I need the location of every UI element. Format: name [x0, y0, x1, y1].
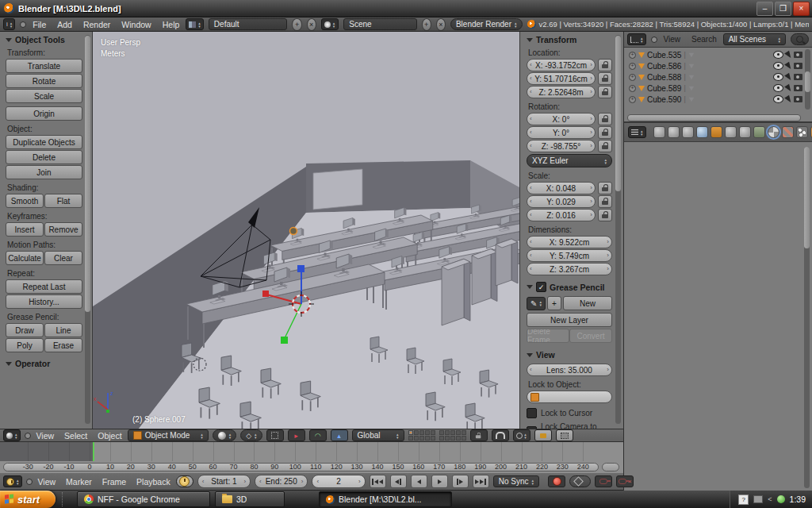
grease-pencil-panel-header[interactable]: ✓ Grease Pencil — [527, 282, 612, 292]
object-name-label[interactable]: Cube.535 — [647, 51, 681, 60]
menu-help[interactable]: Help — [161, 20, 182, 29]
calculate-button[interactable]: Calculate — [6, 251, 44, 265]
toolshelf-scrollbar[interactable] — [85, 35, 90, 424]
selectable-cursor-icon[interactable] — [784, 72, 793, 81]
snap-element-select[interactable]: ▴▾ — [513, 429, 530, 441]
lock-to-cursor-checkbox[interactable] — [527, 408, 537, 418]
expand-node-icon[interactable]: + — [629, 74, 636, 81]
operator-panel-header[interactable]: Operator — [6, 359, 82, 368]
close-button[interactable]: × — [793, 2, 810, 16]
scale-field-0[interactable]: ‹X: 0.048› — [527, 182, 596, 194]
repeat-last-button[interactable]: Repeat Last — [6, 279, 82, 294]
timeline-menu-marker[interactable]: Marker — [64, 477, 94, 487]
properties-scrollbar[interactable] — [804, 147, 810, 488]
delete-layout-button[interactable]: × — [307, 18, 316, 31]
properties-tab-particles-icon[interactable] — [796, 126, 808, 138]
convert-button[interactable]: Convert — [569, 329, 612, 343]
pivot-point-select[interactable]: ◇▴▾ — [240, 429, 262, 441]
properties-editor-type[interactable]: ▴▾ — [628, 126, 646, 138]
manipulator-x-handle[interactable] — [262, 291, 269, 297]
origin-button[interactable]: Origin — [6, 106, 82, 121]
dimensions-field-1[interactable]: ‹Y: 5.749cm› — [527, 249, 612, 262]
rotation-field-2[interactable]: ‹Z: -98.755°› — [527, 140, 596, 152]
pin-icon[interactable] — [20, 21, 26, 28]
new-layer-button[interactable]: New Layer — [527, 313, 612, 327]
location-field-2[interactable]: ‹Z: 2.52648m› — [527, 86, 596, 98]
delete-scene-button[interactable]: × — [436, 18, 446, 31]
properties-tab-texture-icon[interactable] — [782, 126, 794, 138]
properties-tab-object-icon[interactable] — [710, 126, 722, 138]
manipulator-y-handle[interactable] — [281, 337, 288, 344]
language-indicator-icon[interactable]: ? — [738, 495, 749, 505]
outliner-item-cube-586[interactable]: +Cube.586| — [629, 60, 812, 71]
expand-node-icon[interactable]: + — [629, 52, 636, 59]
location-lock-button-2[interactable] — [598, 86, 612, 98]
scale-button[interactable]: Scale — [6, 89, 82, 103]
renderable-camera-icon[interactable] — [794, 96, 802, 102]
rotate-manipulator-toggle[interactable]: ◠ — [309, 429, 327, 441]
task-button-blender-m-3d-l2-bl[interactable]: Blender [M:\3D\L2.bl... — [319, 491, 452, 507]
timeline-canvas[interactable] — [0, 442, 623, 461]
lock-scene-layers-toggle[interactable] — [470, 429, 488, 441]
render-opengl-anim-button[interactable] — [556, 429, 573, 441]
rotation-lock-button-2[interactable] — [598, 140, 612, 152]
viewport-menu-view[interactable]: View — [35, 431, 56, 441]
screen-layout-select[interactable]: Default — [209, 18, 288, 30]
insert-keyframe-button[interactable] — [595, 475, 612, 487]
visibility-eye-icon[interactable] — [773, 95, 783, 103]
scale-lock-button-1[interactable] — [598, 195, 612, 208]
join-button[interactable]: Join — [6, 165, 82, 179]
hide-icons-chevron[interactable]: < — [768, 495, 772, 503]
rotate-button[interactable]: Rotate — [6, 74, 82, 88]
antivirus-tray-icon[interactable] — [777, 495, 785, 503]
selectable-cursor-icon[interactable] — [784, 50, 793, 59]
use-preview-range-toggle[interactable] — [176, 475, 193, 487]
draw-button[interactable]: Draw — [6, 323, 44, 337]
location-lock-button-0[interactable] — [598, 59, 612, 71]
timeline-menu-view[interactable]: View — [36, 477, 58, 487]
object-name-label[interactable]: Cube.590 — [647, 95, 681, 104]
rotation-lock-button-0[interactable] — [598, 113, 612, 125]
pin-icon[interactable] — [25, 433, 31, 439]
object-name-label[interactable]: Cube.588 — [647, 73, 681, 82]
viewport-menu-object[interactable]: Object — [96, 431, 123, 441]
layers-grid-2[interactable] — [439, 430, 466, 441]
grease-pencil-new-button[interactable]: New — [563, 296, 612, 310]
properties-tab-render-icon[interactable] — [653, 126, 665, 138]
dimensions-field-2[interactable]: ‹Z: 3.267cm› — [527, 263, 612, 275]
delete-frame-button[interactable]: Delete Frame — [527, 329, 569, 343]
view-panel-header[interactable]: View — [527, 350, 612, 360]
object-name-label[interactable]: Cube.586 — [647, 62, 681, 71]
outliner-editor-type[interactable]: ▴▾ — [627, 33, 646, 45]
rotation-field-0[interactable]: ‹X: 0°› — [527, 113, 596, 125]
location-lock-button-1[interactable] — [598, 72, 612, 85]
properties-tab-scene-icon[interactable] — [682, 126, 694, 138]
manipulator-toggle[interactable] — [266, 429, 284, 441]
pin-icon[interactable] — [651, 37, 657, 43]
pin-icon[interactable] — [26, 479, 33, 485]
rotation-lock-button-1[interactable] — [598, 126, 612, 139]
next-keyframe-button[interactable] — [452, 475, 469, 488]
play-reverse-button[interactable] — [411, 475, 427, 488]
properties-tab-modifiers-icon[interactable] — [739, 126, 751, 138]
expand-node-icon[interactable]: + — [629, 96, 636, 103]
current-frame-field[interactable]: ‹2› — [312, 475, 365, 488]
prev-keyframe-button[interactable] — [390, 475, 407, 488]
grease-pencil-checkbox[interactable]: ✓ — [536, 282, 546, 292]
timeline-menu-frame[interactable]: Frame — [101, 477, 128, 487]
task-button-3d[interactable]: 3D — [215, 491, 285, 507]
delete-button[interactable]: Delete — [6, 150, 82, 164]
add-scene-button[interactable]: + — [422, 18, 431, 31]
start-button[interactable]: start — [0, 491, 56, 508]
visibility-eye-icon[interactable] — [773, 73, 783, 81]
viewport-editor-type[interactable]: ▴▾ — [3, 429, 21, 441]
timeline-editor-type[interactable]: ▴▾ — [3, 475, 22, 487]
frame-start-field[interactable]: ‹Start: 1› — [197, 475, 251, 488]
expand-node-icon[interactable]: + — [629, 85, 636, 92]
translate-button[interactable]: Translate — [6, 59, 82, 73]
timeline-menu-playback[interactable]: Playback — [135, 477, 172, 487]
renderable-camera-icon[interactable] — [794, 74, 802, 80]
maximize-button[interactable]: ❐ — [775, 2, 791, 16]
render-engine-select[interactable]: Blender Render▴▾ — [450, 18, 523, 30]
transform-orientation-select[interactable]: Global▴▾ — [352, 429, 404, 441]
